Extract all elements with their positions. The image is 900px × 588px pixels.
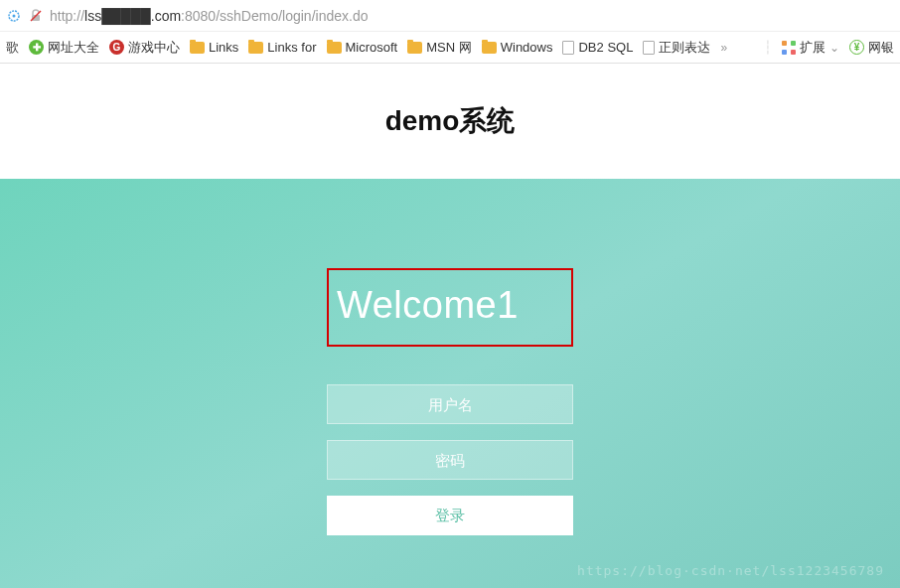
- bookmark-overflow[interactable]: »: [720, 41, 727, 55]
- separator: ┆: [764, 40, 772, 55]
- chevron-down-icon: ⌄: [829, 41, 839, 55]
- bookmark-label: Links: [209, 40, 238, 55]
- watermark-text: https://blog·csdn·net/lss1223456789: [577, 563, 884, 578]
- bookmark-item[interactable]: ✚网址大全: [29, 39, 99, 57]
- bookmark-item[interactable]: 正则表达: [643, 39, 710, 57]
- bookmark-item[interactable]: DB2 SQL: [562, 40, 633, 55]
- folder-icon: [407, 42, 422, 54]
- shield-label: 网银: [868, 39, 894, 57]
- folder-icon: [248, 42, 263, 54]
- insecure-lock-icon[interactable]: [28, 8, 44, 24]
- url-host-end: .com: [151, 8, 181, 24]
- extensions-icon: [782, 41, 796, 55]
- folder-icon: [482, 42, 497, 54]
- login-panel: Welcome1 登录 https://blog·csdn·net/lss122…: [0, 179, 900, 588]
- bookmark-label: 正则表达: [659, 39, 710, 57]
- gear-icon[interactable]: [6, 8, 22, 24]
- login-box: Welcome1 登录: [327, 268, 573, 588]
- bookmark-label: Links for: [267, 40, 316, 55]
- welcome-highlight-frame: Welcome1: [327, 268, 573, 347]
- url-host-masked: █████: [101, 8, 151, 24]
- folder-icon: [327, 42, 342, 54]
- url-host-start: lss: [84, 8, 101, 24]
- page: demo系统 Welcome1 登录 https://blog·csdn·net…: [0, 64, 900, 588]
- page-title: demo系统: [385, 102, 516, 140]
- site-icon: G: [109, 40, 124, 55]
- bookmark-item[interactable]: Windows: [482, 40, 553, 55]
- document-icon: [562, 41, 574, 55]
- bookmark-item[interactable]: MSN 网: [407, 39, 472, 57]
- bookmark-item[interactable]: Links: [190, 40, 238, 55]
- welcome-text: Welcome1: [337, 284, 563, 327]
- url-text[interactable]: http://lss█████.com:8080/sshDemo/login/i…: [50, 8, 368, 24]
- bookmark-label: 游戏中心: [128, 39, 180, 57]
- bookmark-label: MSN 网: [426, 39, 472, 57]
- page-header: demo系统: [0, 64, 900, 179]
- site-icon: ✚: [29, 40, 44, 55]
- login-button[interactable]: 登录: [327, 496, 573, 535]
- shield-icon: ¥: [849, 40, 864, 55]
- username-field[interactable]: [327, 384, 573, 424]
- bookmark-label: DB2 SQL: [578, 40, 633, 55]
- url-port: :8080: [181, 8, 216, 24]
- bookmark-item[interactable]: G游戏中心: [109, 39, 180, 57]
- bookmark-label: Microsoft: [346, 40, 398, 55]
- bookmark-label: 网址大全: [48, 39, 99, 57]
- extensions-button[interactable]: 扩展 ⌄: [782, 39, 839, 57]
- url-scheme: http://: [50, 8, 84, 24]
- extensions-label: 扩展: [800, 39, 825, 57]
- shield-button[interactable]: ¥ 网银: [849, 39, 894, 57]
- address-bar: http://lss█████.com:8080/sshDemo/login/i…: [0, 0, 900, 32]
- folder-icon: [190, 42, 205, 54]
- url-path: /sshDemo/login/index.do: [216, 8, 368, 24]
- bookmark-item[interactable]: 歌: [6, 39, 19, 57]
- bookmark-item[interactable]: Links for: [248, 40, 316, 55]
- svg-point-1: [13, 14, 16, 17]
- bookmark-item[interactable]: Microsoft: [327, 40, 398, 55]
- bookmark-label: 歌: [6, 39, 19, 57]
- bookmark-bar: 歌 ✚网址大全 G游戏中心 Links Links for Microsoft …: [0, 32, 900, 64]
- document-icon: [643, 41, 655, 55]
- bookmark-label: Windows: [501, 40, 553, 55]
- password-field[interactable]: [327, 440, 573, 480]
